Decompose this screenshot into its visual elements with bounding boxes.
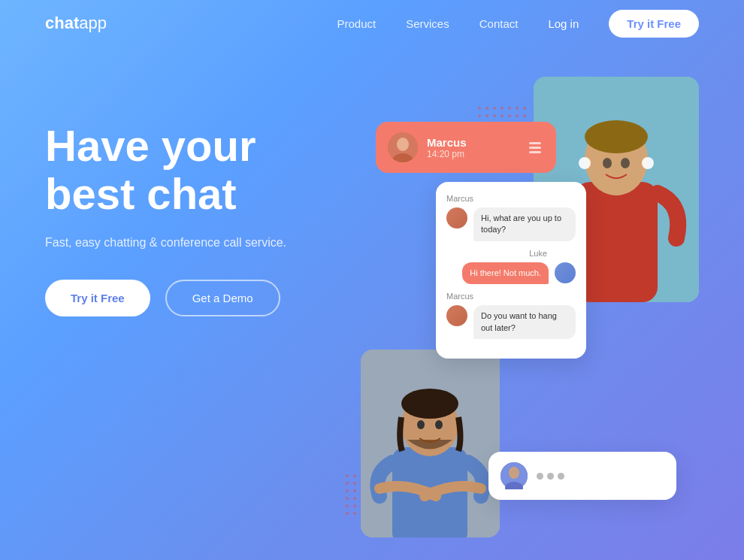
login-button[interactable]: Log in <box>548 17 579 30</box>
svg-point-11 <box>397 138 409 151</box>
hero-section: Have your best chat Fast, easy chatting … <box>0 47 744 560</box>
msg-label-2: Luke <box>446 249 547 258</box>
hero-title-line1: Have your <box>45 121 256 170</box>
typing-dot-1 <box>537 473 543 480</box>
msg-row-3: Do you want to hang out later? <box>446 305 576 339</box>
svg-point-18 <box>435 420 443 429</box>
hero-subtitle: Fast, easy chatting & conference call se… <box>45 236 361 250</box>
svg-point-4 <box>579 157 591 169</box>
try-free-button[interactable]: Try it Free <box>45 280 150 316</box>
brand-logo[interactable]: chatapp <box>45 14 107 33</box>
svg-point-17 <box>417 420 425 429</box>
msg-label-3: Marcus <box>446 292 576 301</box>
typing-indicator <box>537 473 564 480</box>
chat-avatar-1 <box>388 132 418 162</box>
chat-name-1: Marcus <box>427 136 517 149</box>
msg-avatar-2 <box>555 262 576 283</box>
nav-services[interactable]: Services <box>406 17 449 30</box>
chat-conversation-card: Marcus Hi, what are you up to today? Luk… <box>436 182 586 359</box>
typing-dot-3 <box>558 473 564 480</box>
hero-right: Marcus 14:20 pm Marcus Hi, what are you … <box>361 77 699 560</box>
svg-point-7 <box>621 158 630 168</box>
msg-avatar-3 <box>446 305 467 326</box>
chat-time-1: 14:20 pm <box>427 149 517 159</box>
msg-avatar-1 <box>446 207 467 229</box>
nav-product[interactable]: Product <box>337 17 376 30</box>
typing-dot-2 <box>547 473 554 480</box>
svg-rect-1 <box>575 182 658 302</box>
nav-contact[interactable]: Contact <box>479 17 519 30</box>
get-demo-button[interactable]: Get a Demo <box>165 280 280 316</box>
chat-card-header: Marcus 14:20 pm <box>376 122 556 173</box>
msg-row-2: Hi there! Not much. <box>446 262 576 284</box>
hero-left: Have your best chat Fast, easy chatting … <box>45 77 361 316</box>
msg-bubble-3: Do you want to hang out later? <box>473 305 576 339</box>
nav-links: Product Services Contact Log in Try it F… <box>337 10 699 38</box>
chat-menu-dots[interactable] <box>526 139 544 156</box>
hero-title-line2: best chat <box>45 169 237 218</box>
msg-bubble-2: Hi there! Not much. <box>462 262 549 284</box>
svg-point-6 <box>603 158 612 168</box>
person-2-card <box>361 350 500 537</box>
chat-typing-card <box>488 452 676 500</box>
msg-row-1: Hi, what are you up to today? <box>446 207 576 241</box>
svg-point-20 <box>509 467 519 479</box>
svg-point-16 <box>401 389 458 419</box>
msg-bubble-1: Hi, what are you up to today? <box>473 207 576 241</box>
svg-point-5 <box>642 157 654 169</box>
navbar: chatapp Product Services Contact Log in … <box>0 0 744 47</box>
typing-avatar <box>501 462 528 489</box>
logo-light: app <box>79 14 107 32</box>
hero-title: Have your best chat <box>45 122 361 218</box>
hero-buttons: Try it Free Get a Demo <box>45 280 361 316</box>
try-free-nav-button[interactable]: Try it Free <box>609 10 699 38</box>
svg-point-3 <box>585 120 648 153</box>
logo-bold: chat <box>45 14 79 32</box>
chat-header-info: Marcus 14:20 pm <box>427 136 517 159</box>
msg-label-1: Marcus <box>446 194 576 203</box>
